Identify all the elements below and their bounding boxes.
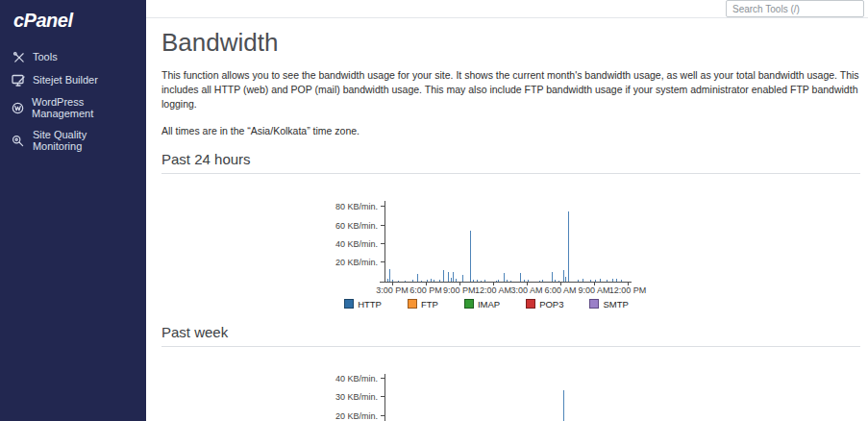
bandwidth-spike <box>504 273 505 282</box>
section-title-past-24-hours: Past 24 hours <box>161 151 860 174</box>
page-title: Bandwidth <box>161 28 860 58</box>
sidebar-item-sitejet-builder[interactable]: Sitejet Builder <box>0 68 146 91</box>
bandwidth-spike <box>453 272 454 282</box>
sidebar-item-label: WordPress Management <box>32 96 138 119</box>
bandwidth-spike <box>470 231 471 281</box>
y-tick-label: 20 KB/min. <box>335 259 378 267</box>
bandwidth-spike <box>387 279 388 282</box>
bandwidth-spike <box>565 277 566 282</box>
sidebar-item-wordpress-management[interactable]: WordPress Management <box>0 91 146 124</box>
legend-swatch-icon <box>408 299 417 309</box>
plot-row: 20 KB/min.40 KB/min.60 KB/min.80 KB/min.… <box>339 186 633 283</box>
plot-row: 10 KB/min.20 KB/min.30 KB/min.40 KB/min.… <box>339 359 633 421</box>
y-tick-mark <box>381 378 384 379</box>
y-tick-label: 80 KB/min. <box>335 203 378 211</box>
bandwidth-spike <box>616 279 617 281</box>
bandwidth-spike <box>412 280 413 281</box>
bandwidth-spike <box>389 269 390 282</box>
sidebar-item-site-quality-monitoring[interactable]: Site Quality Monitoring <box>0 124 146 157</box>
search-input[interactable] <box>726 0 864 17</box>
bandwidth-spike <box>392 280 393 282</box>
legend-item: IMAP <box>464 299 500 310</box>
page-description: This function allows you to see the band… <box>161 68 860 112</box>
bandwidth-spike <box>578 280 579 281</box>
content: Bandwidth This function allows you to se… <box>146 18 868 421</box>
bandwidth-spike <box>462 275 463 282</box>
legend-label: IMAP <box>478 299 500 310</box>
legend-swatch-icon <box>589 299 599 309</box>
plot-area: 3:00 PM6:00 PM9:00 PM12:00 AM3:00 AM6:00… <box>384 201 632 283</box>
section-title-past-week: Past week <box>161 324 860 347</box>
y-tick-mark <box>381 225 384 226</box>
x-tick-label: 9:00 PM <box>443 285 476 295</box>
bandwidth-spike <box>524 280 525 281</box>
cpanel-logo[interactable]: cPanel <box>0 0 146 45</box>
bandwidth-spike <box>520 273 521 281</box>
legend-swatch-icon <box>526 299 535 309</box>
y-tick-mark <box>381 243 384 244</box>
bandwidth-spike <box>484 280 485 281</box>
bandwidth-spike <box>542 280 543 281</box>
legend-item: FTP <box>408 299 438 310</box>
bandwidth-spike <box>405 281 406 282</box>
sidebar-nav: Tools Sitejet Builder WordPress Manageme… <box>0 45 146 157</box>
bandwidth-spike <box>427 280 428 281</box>
chart-legend: HTTPFTPIMAPPOP3SMTP <box>339 299 633 310</box>
plot-area: Wed (5)Thu (6)Fri (7)Sat (8)Sun (9)Mon (… <box>384 374 632 421</box>
y-tick-mark <box>381 206 384 207</box>
y-tick-label: 60 KB/min. <box>335 222 378 231</box>
bandwidth-spike <box>421 281 422 282</box>
legend-swatch-icon <box>464 299 474 309</box>
bandwidth-spike <box>443 270 444 282</box>
legend-label: SMTP <box>603 299 628 310</box>
tools-icon <box>12 50 25 63</box>
bandwidth-spike <box>431 279 432 281</box>
x-tick-label: 3:00 AM <box>510 285 542 295</box>
x-tick-label: 3:00 PM <box>376 285 409 295</box>
bandwidth-spike <box>621 280 622 281</box>
y-tick-mark <box>381 396 384 397</box>
bandwidth-spike <box>607 280 608 281</box>
bandwidth-spike <box>539 281 540 282</box>
legend-label: FTP <box>421 299 438 310</box>
site-quality-icon <box>12 134 25 147</box>
bandwidth-spike <box>477 280 478 281</box>
bandwidth-spike <box>563 390 564 421</box>
bandwidth-spike <box>434 280 434 281</box>
bandwidth-spike <box>595 280 596 282</box>
sidebar-item-tools[interactable]: Tools <box>0 45 146 68</box>
x-tick-label: 12:00 PM <box>609 285 647 295</box>
legend-swatch-icon <box>344 299 354 309</box>
bandwidth-spike <box>456 279 457 282</box>
y-tick-mark <box>381 261 384 262</box>
bandwidth-spike <box>590 280 591 281</box>
legend-label: HTTP <box>358 299 382 310</box>
bandwidth-spike <box>398 281 399 282</box>
bandwidth-spike <box>583 279 583 281</box>
bandwidth-spike <box>600 279 601 281</box>
y-tick-label: 20 KB/min. <box>335 412 378 421</box>
y-tick-label: 40 KB/min. <box>335 240 378 249</box>
sidebar: cPanel Tools Sitejet Builder WordPress M… <box>0 0 146 421</box>
y-tick-mark <box>381 415 384 416</box>
x-tick-label: 9:00 AM <box>578 285 609 295</box>
bandwidth-spike <box>481 281 482 282</box>
y-axis-labels: 10 KB/min.20 KB/min.30 KB/min.40 KB/min. <box>339 374 384 421</box>
bandwidth-spike <box>473 280 474 282</box>
sitejet-icon <box>12 73 25 87</box>
sidebar-item-label: Sitejet Builder <box>33 74 98 86</box>
bandwidth-spike <box>510 281 511 282</box>
y-tick-label: 30 KB/min. <box>335 393 378 402</box>
bandwidth-spike <box>439 280 440 282</box>
x-tick-label: 6:00 AM <box>544 285 576 295</box>
bandwidth-spike <box>555 280 556 282</box>
bandwidth-spike <box>417 274 418 282</box>
sidebar-item-label: Site Quality Monitoring <box>33 129 138 152</box>
topbar <box>146 0 868 18</box>
sidebar-item-label: Tools <box>33 51 58 62</box>
bandwidth-spike <box>496 281 497 282</box>
y-tick-label: 40 KB/min. <box>335 375 378 384</box>
bandwidth-spike <box>498 280 499 281</box>
chart-past-24-hours: 20 KB/min.40 KB/min.60 KB/min.80 KB/min.… <box>339 186 633 310</box>
bandwidth-spike <box>612 279 613 282</box>
